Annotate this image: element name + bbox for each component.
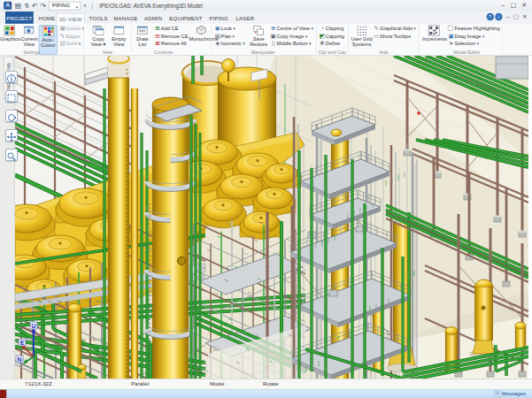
quick-access-dropdown-icon[interactable]: ▾ <box>84 2 86 11</box>
edges-button[interactable]: ✎Edges <box>59 33 81 40</box>
status-action[interactable]: Rotate <box>263 381 279 387</box>
window-title: IPE/OILGAS: AVEVA Everything3D Model <box>99 3 203 9</box>
draw-list-icon <box>136 25 148 36</box>
look-button[interactable]: ◉Look ▾ <box>214 25 235 32</box>
connect-icon[interactable]: ↯ <box>24 2 30 11</box>
copy-image-button[interactable]: ▣Copy Image ▾ <box>270 33 308 40</box>
view-tool-select[interactable] <box>5 90 18 103</box>
tab-equipment[interactable]: EQUIPMENT <box>167 13 204 24</box>
close-button[interactable]: ✕ <box>519 2 529 9</box>
tab-3d-view[interactable]: 3D VIEW <box>57 13 85 24</box>
graphics-icon <box>4 25 15 36</box>
svg-text:N: N <box>17 356 21 363</box>
discipline-combo[interactable]: PIPING▼ <box>49 2 81 11</box>
increments-icon <box>428 25 439 36</box>
draw-list-button[interactable]: Draw List <box>132 25 152 47</box>
empty-view-icon <box>113 25 125 36</box>
taskbar-left-badge[interactable] <box>0 390 6 398</box>
status-coordinate: Y121X-32Z <box>25 381 51 387</box>
info-tool-icon <box>6 73 17 84</box>
copy-view-icon <box>92 25 104 36</box>
capping-button[interactable]: ◩Capping <box>319 33 344 40</box>
window-controls: –▢✕ <box>497 2 529 9</box>
graphics-button[interactable]: Graphics <box>0 25 19 42</box>
monochrome-button[interactable]: Monochrome <box>189 25 214 42</box>
copy-view-button[interactable]: Copy View ▾ <box>88 25 109 47</box>
save-restore-icon <box>253 25 265 36</box>
select-tool-icon <box>6 93 17 103</box>
separator: | <box>91 2 93 11</box>
remove-all-button[interactable]: ⊠Remove All <box>154 40 187 47</box>
taskbar: ✉ Messages <box>0 389 532 398</box>
solid-button[interactable]: ▧Solid ▾ <box>59 40 81 47</box>
left-dock-strip <box>0 56 15 379</box>
status-mode[interactable]: Model <box>210 381 224 387</box>
status-projection[interactable]: Parallel <box>131 381 149 387</box>
svg-text:U: U <box>31 323 35 329</box>
doc-restore-button[interactable]: ▢ <box>512 13 520 20</box>
messages-button[interactable]: ✉ Messages <box>494 391 526 397</box>
pan-tool-icon <box>6 132 17 142</box>
increments-button[interactable]: Increments <box>422 25 445 42</box>
title-bar: A ▤ ↯ ↶ ↷ PIPING▼ ▾ | IPE/OILGAS: AVEVA … <box>0 0 532 11</box>
selection-button[interactable]: ➤Selection ▾ <box>448 40 479 47</box>
isometric-button[interactable]: ◈Isometric ▾ <box>214 40 245 47</box>
redo-icon[interactable]: ↷ <box>41 2 47 11</box>
zoom-tool-icon <box>6 151 17 162</box>
user-grid-systems-button[interactable]: User Grid Systems <box>351 25 373 47</box>
save-restore-button[interactable]: Save Restore <box>248 25 269 47</box>
view-tool-zoom[interactable] <box>5 149 18 161</box>
view-tool-pan[interactable] <box>5 129 18 142</box>
3d-viewport[interactable]: UEN <box>15 56 528 379</box>
middle-button-button[interactable]: ▯Middle Button ▾ <box>270 40 312 47</box>
tab-project[interactable]: PROJECT <box>5 11 34 24</box>
colour-button[interactable]: ▦Colour ▾ <box>59 25 85 32</box>
centre-of-view-button[interactable]: ⊕Centre of View ▾ <box>270 25 313 32</box>
model-editor-group-label: Model Editor <box>446 50 488 55</box>
aids-group-label: Aids <box>364 50 404 55</box>
auto-colour-icon <box>42 26 54 37</box>
monochrome-icon <box>196 25 207 36</box>
drag-image-button[interactable]: ▣Drag Image ▾ <box>448 33 485 40</box>
undo-icon[interactable]: ↶ <box>32 2 38 11</box>
contents-group-label: Contents <box>143 50 183 55</box>
manipulate-group-label: Manipulate <box>242 50 284 55</box>
add-ce-button[interactable]: ⊞Add CE <box>154 25 178 32</box>
svg-text:E: E <box>20 340 25 346</box>
user-grid-icon <box>356 25 367 36</box>
messages-icon: ✉ <box>494 391 500 397</box>
clipping-button[interactable]: ◔Clipping <box>319 25 343 32</box>
show-tooltips-button[interactable]: ▭Show Tooltips <box>373 33 411 40</box>
help-controls: ?i–▢✕ <box>487 13 529 20</box>
empty-view-button[interactable]: Empty View <box>109 25 129 47</box>
plan-button[interactable]: ▤Plan ▾ <box>214 33 235 40</box>
status-bar: Y121X-32Z Parallel Model Rotate <box>0 379 532 389</box>
help-icon[interactable]: ? <box>487 13 494 20</box>
tab-home[interactable]: HOME <box>37 13 57 24</box>
tab-piping[interactable]: PIPING <box>206 13 231 24</box>
maximize-button[interactable]: ▢ <box>508 2 519 9</box>
ribbon: Graphics Current View Auto- Colour ▦Colo… <box>0 24 532 56</box>
clip-and-cap-group-label: Clip and Cap <box>312 50 352 55</box>
doc-close-button[interactable]: ✕ <box>520 13 529 20</box>
info-icon[interactable]: i <box>495 13 502 20</box>
app-logo-icon[interactable]: A <box>4 2 12 10</box>
minimize-button[interactable]: – <box>497 2 508 9</box>
tab-tools[interactable]: TOOLS <box>87 13 110 24</box>
current-view-icon <box>23 25 35 36</box>
remove-ce-button[interactable]: ⊟Remove CE <box>154 33 189 40</box>
define-button[interactable]: ✱Define <box>319 40 340 47</box>
settings-group-label: Settings <box>11 50 53 55</box>
feature-highlighting-checkbox[interactable]: Feature Highlighting <box>448 25 500 32</box>
save-icon[interactable]: ▤ <box>15 2 21 11</box>
ribbon-tabs: PROJECT HOME 3D VIEW TOOLS MANAGE ADMIN … <box>0 11 532 24</box>
doc-minimize-button[interactable]: – <box>504 13 513 19</box>
tab-laser[interactable]: LASER <box>233 13 258 24</box>
graphical-aids-button[interactable]: ✎Graphical Aids ▾ <box>373 25 416 32</box>
view-tool-orbit[interactable] <box>5 110 18 122</box>
tab-admin[interactable]: ADMIN <box>142 13 165 24</box>
view-tool-info[interactable] <box>5 71 18 83</box>
tab-manage[interactable]: MANAGE <box>112 13 140 24</box>
new-group-label: New <box>88 50 127 55</box>
current-view-button[interactable]: Current View <box>20 25 38 47</box>
